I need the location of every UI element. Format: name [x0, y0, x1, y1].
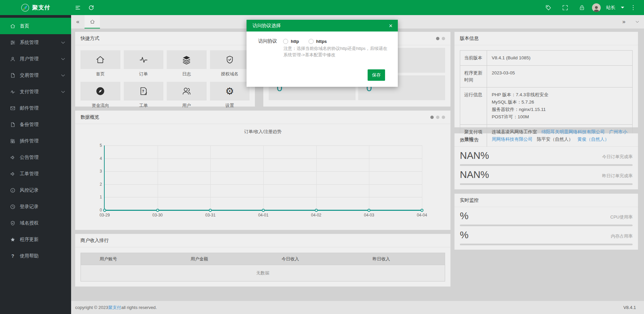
save-button[interactable]: 保存 [368, 69, 385, 81]
modal-title: 访问协议选择 [253, 23, 281, 29]
sidebar-item-announcements[interactable]: 公告管理 [0, 149, 71, 166]
y-axis-tick: 2 [88, 182, 102, 187]
sidebar-item-home[interactable]: 首页 [0, 18, 71, 34]
more-menu-icon[interactable]: ⋮ [628, 4, 639, 11]
avatar[interactable] [592, 3, 601, 12]
quick-item-label: 首页 [80, 71, 120, 77]
quick-item-home[interactable]: 首页 [80, 50, 120, 77]
modal-note: 注意：选择当前你域名的协议http还是https，后续请在系统管理->基本配置中… [283, 46, 391, 58]
user-caret-down-icon[interactable] [621, 7, 624, 8]
carousel-dot[interactable] [442, 37, 445, 40]
row-label: 聚支付项目组 [460, 125, 487, 147]
sidebar-item-login-log[interactable]: 登录记录 [0, 198, 71, 215]
y-axis-tick: 5 [88, 143, 102, 148]
home-icon [10, 23, 15, 29]
sidebar-item-system[interactable]: 系统管理 [0, 34, 71, 51]
sidebar-item-label: 插件管理 [20, 138, 39, 144]
row-label: 当前版本 [460, 51, 487, 65]
sidebar-item-program-update[interactable]: 程序更新 [0, 231, 71, 248]
quick-item-orders[interactable]: 订单 [124, 50, 164, 77]
username[interactable]: 站长 [606, 5, 615, 11]
sidebar-item-backup[interactable]: 备份管理 [0, 116, 71, 133]
sidebar-item-risk-log[interactable]: 风控记录 [0, 182, 71, 198]
tabs-menu-button[interactable] [631, 15, 644, 28]
brand-logo-icon [21, 3, 30, 12]
quick-shortcuts-panel: 快捷方式 首页 订单 日志 [75, 32, 255, 107]
sidebar-item-plugins[interactable]: 插件管理 [0, 133, 71, 149]
quick-item-label: 用户 [167, 103, 207, 109]
sidebar-item-users[interactable]: 用户管理 [0, 51, 71, 67]
topbar: 聚支付 站长 ⋮ [0, 0, 644, 15]
data-point[interactable] [209, 209, 212, 212]
radio-http[interactable]: http [283, 39, 299, 44]
speaker-icon [10, 171, 15, 177]
runtime-line: POST许可：100M [492, 113, 630, 121]
tabs-scroll-right-button[interactable]: » [617, 15, 631, 28]
topbar-right: 站长 ⋮ [542, 0, 644, 15]
project-member-link[interactable]: 黄俊（自然人） [578, 137, 609, 142]
quick-item-label: 资金流向 [80, 103, 120, 109]
footer-brand-link[interactable]: 聚支付 [108, 305, 121, 311]
metric-value: NAN% [460, 169, 489, 180]
row-value: V8.4.1 (Build 1085) [487, 51, 632, 65]
radio-https[interactable]: https [309, 39, 327, 44]
quick-item-fund-flow[interactable]: 资金流向 [80, 82, 120, 109]
lock-icon[interactable] [575, 0, 589, 15]
gear-icon: ⚙ [225, 86, 234, 96]
data-point[interactable] [103, 209, 106, 212]
table-row: 运行信息 PHP 版本：7.4.3非线程安全 MySQL 版本：5.7.26 服… [460, 87, 632, 125]
quick-item-tickets[interactable]: ? 工单 [124, 82, 164, 109]
column-header: 用户金额 [172, 256, 263, 262]
svg-text:?: ? [142, 89, 144, 93]
row-value: PHP 版本：7.4.3非线程安全 MySQL 版本：5.7.26 服务器软件：… [487, 87, 632, 124]
quick-item-users[interactable]: 用户 [167, 82, 207, 109]
quick-item-licensed-domains[interactable]: 授权域名 [210, 50, 250, 77]
metric-value: % [460, 230, 469, 241]
version-info-panel: 版本信息 当前版本 V8.4.1 (Build 1085) 程序更新时间 202… [454, 32, 638, 127]
data-point[interactable] [262, 209, 265, 212]
menu-fold-icon[interactable] [71, 0, 85, 15]
footer: copyright © 2023 聚支付 all rights reserved… [71, 301, 644, 314]
refresh-icon[interactable] [85, 0, 98, 15]
sidebar-item-domain-license[interactable]: 域名授权 [0, 215, 71, 231]
home-icon [96, 55, 105, 64]
quick-item-label: 设置 [210, 103, 250, 109]
runtime-line: MySQL 版本：5.7.26 [492, 99, 630, 106]
row-label: 运行信息 [460, 87, 487, 124]
sidebar-item-label: 域名授权 [20, 220, 39, 226]
data-point[interactable] [421, 209, 424, 212]
sliders-icon [10, 40, 15, 45]
tag-icon[interactable] [542, 0, 555, 15]
carousel-dot[interactable] [430, 116, 434, 119]
carousel-dot[interactable] [442, 116, 445, 119]
sidebar-item-payments[interactable]: 支付管理 [0, 83, 71, 100]
tab-home[interactable] [85, 15, 100, 28]
sidebar-item-help[interactable]: ? 使用帮助 [0, 248, 71, 264]
brand-name: 聚支付 [32, 4, 50, 11]
quick-item-logs[interactable]: 日志 [167, 50, 207, 77]
copyright-post: all rights reserved. [121, 305, 157, 310]
close-icon[interactable]: × [389, 23, 392, 29]
metric: NAN% 今日订单完成率 [454, 147, 638, 166]
table-empty-state: 无数据 [80, 265, 445, 281]
sidebar-item-mail[interactable]: 邮件管理 [0, 100, 71, 116]
metric-label: 今日订单完成率 [602, 154, 633, 161]
project-member-link[interactable]: 绵阳耳关明皿网络科技有限公司 [541, 129, 605, 134]
pulse-icon [139, 55, 148, 64]
copyright-pre: copyright © 2023 [75, 305, 108, 310]
compass-icon [96, 86, 105, 96]
data-point[interactable] [368, 209, 371, 212]
carousel-dot[interactable] [436, 116, 439, 119]
fullscreen-icon[interactable] [558, 0, 572, 15]
sidebar-item-label: 邮件管理 [20, 105, 39, 111]
plugin-grid-icon [10, 138, 15, 144]
data-point[interactable] [315, 209, 318, 212]
quick-item-settings[interactable]: ⚙ 设置 [210, 82, 250, 109]
tabs-scroll-left-button[interactable]: « [71, 15, 85, 28]
sidebar-item-transactions[interactable]: 交易管理 [0, 67, 71, 83]
metric: NAN% 昨日订单完成率 [454, 166, 638, 185]
carousel-dot[interactable] [436, 37, 439, 40]
data-point[interactable] [156, 209, 159, 212]
sidebar-item-tickets[interactable]: 工单管理 [0, 166, 71, 182]
brand[interactable]: 聚支付 [0, 3, 71, 12]
